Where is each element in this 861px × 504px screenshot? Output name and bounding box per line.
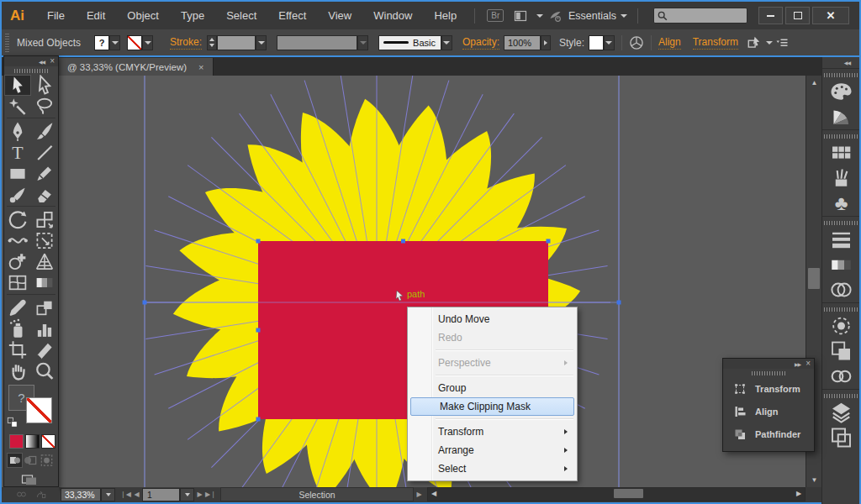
- next-artboard-icon[interactable]: ▶: [194, 489, 205, 501]
- gradient-button[interactable]: [25, 434, 40, 449]
- stroke-indicator[interactable]: [26, 397, 52, 423]
- tool-zoom[interactable]: [31, 360, 58, 381]
- close-button[interactable]: ✕: [812, 7, 849, 24]
- transform-link[interactable]: Transform: [693, 36, 738, 50]
- scroll-down-icon[interactable]: ▼: [806, 473, 822, 486]
- tool-eraser[interactable]: [31, 184, 58, 205]
- tool-lasso[interactable]: [31, 96, 58, 117]
- screen-mode-icon[interactable]: [21, 473, 41, 486]
- cc-libraries-panel-icon[interactable]: [822, 364, 860, 389]
- panel-grip[interactable]: [5, 34, 9, 52]
- none-button[interactable]: [41, 434, 55, 449]
- tool-blob-brush[interactable]: [4, 184, 31, 205]
- tool-width[interactable]: [4, 230, 31, 251]
- stroke-swatch[interactable]: [127, 35, 142, 50]
- tool-slice[interactable]: [31, 339, 58, 360]
- bridge-button[interactable]: Br: [487, 9, 504, 22]
- cs-live-icon[interactable]: [547, 9, 563, 23]
- scroll-up-icon[interactable]: ▲: [806, 76, 822, 89]
- width-profile-field[interactable]: [277, 35, 357, 50]
- tool-eyedropper[interactable]: [4, 297, 31, 318]
- horizontal-scroll-thumb[interactable]: [614, 489, 643, 498]
- control-panel-menu-icon[interactable]: [775, 35, 789, 50]
- tool-paintbrush[interactable]: [31, 121, 58, 142]
- tool-column-graph[interactable]: [31, 318, 58, 339]
- menu-window[interactable]: Window: [362, 2, 423, 29]
- symbols-panel-icon[interactable]: ♣: [822, 191, 860, 216]
- menu-item-group[interactable]: Group: [409, 379, 575, 397]
- tool-line-segment[interactable]: [31, 142, 58, 163]
- close-panel-icon[interactable]: ×: [806, 360, 811, 368]
- align-link[interactable]: Align: [658, 36, 681, 50]
- brushes-panel-icon[interactable]: [822, 165, 860, 191]
- tool-hand[interactable]: [4, 360, 31, 381]
- first-artboard-icon[interactable]: ❘◀: [120, 489, 131, 501]
- tool-free-transform[interactable]: [31, 230, 58, 251]
- tool-symbol-sprayer[interactable]: [4, 318, 31, 339]
- artboard-number-field[interactable]: 1: [142, 488, 180, 501]
- draw-behind-icon[interactable]: [23, 453, 39, 468]
- chevron-down-icon[interactable]: [766, 41, 773, 45]
- panel-grip[interactable]: [822, 71, 859, 79]
- chevron-down-icon[interactable]: [536, 14, 543, 18]
- graphic-styles-panel-icon[interactable]: [822, 339, 860, 364]
- menu-file[interactable]: File: [36, 2, 76, 29]
- last-artboard-icon[interactable]: ▶❘: [205, 489, 216, 501]
- workspace-switcher[interactable]: Essentials: [568, 10, 627, 22]
- status-expand-icon[interactable]: ▶: [414, 489, 425, 501]
- tool-pen[interactable]: [4, 121, 31, 142]
- menu-effect[interactable]: Effect: [267, 2, 317, 29]
- close-tools-icon[interactable]: ×: [50, 57, 55, 66]
- zoom-level-field[interactable]: 33,33%: [61, 488, 101, 501]
- stroke-weight-dropdown[interactable]: [256, 35, 267, 50]
- transparency-panel-icon[interactable]: [822, 277, 860, 302]
- opacity-expand-button[interactable]: [541, 35, 551, 50]
- panel-grip[interactable]: [723, 369, 814, 377]
- vertical-scroll-thumb[interactable]: [808, 268, 820, 289]
- tool-blend[interactable]: [31, 297, 58, 318]
- floating-panel-header[interactable]: ▶▶ ×: [723, 359, 814, 369]
- menu-edit[interactable]: Edit: [76, 2, 116, 29]
- expand-panels-icon[interactable]: ◀◀: [844, 60, 850, 66]
- menu-type[interactable]: Type: [170, 2, 215, 29]
- panel-tab-pathfinder[interactable]: Pathfinder: [723, 423, 814, 445]
- panel-grip[interactable]: [822, 132, 859, 140]
- menu-view[interactable]: View: [317, 2, 362, 29]
- canvas[interactable]: path: [2, 76, 806, 487]
- menu-help[interactable]: Help: [423, 2, 467, 29]
- gradient-panel-panel-icon[interactable]: [822, 252, 860, 277]
- swatches-panel-icon[interactable]: [822, 140, 860, 165]
- tool-artboard[interactable]: [4, 339, 31, 360]
- tool-selection[interactable]: [4, 75, 31, 96]
- tool-perspective-grid[interactable]: [31, 251, 58, 272]
- tools-panel-header[interactable]: ◀◀ ×: [4, 56, 58, 66]
- menu-item-undo-move[interactable]: Undo Move: [409, 310, 575, 328]
- minimize-button[interactable]: [758, 7, 783, 24]
- brush-field[interactable]: Basic: [378, 35, 441, 50]
- recolor-artwork-icon[interactable]: [629, 35, 644, 50]
- draw-inside-icon[interactable]: [39, 453, 55, 468]
- fill-swatch[interactable]: ?: [94, 35, 109, 50]
- previous-artboard-icon[interactable]: ◀: [131, 489, 142, 501]
- brush-dropdown[interactable]: [441, 35, 452, 50]
- tab-close-icon[interactable]: ×: [198, 62, 203, 72]
- menu-select[interactable]: Select: [215, 2, 267, 29]
- default-fill-stroke-icon[interactable]: [7, 417, 18, 428]
- scroll-left-icon[interactable]: ◀: [428, 488, 440, 499]
- opacity-link[interactable]: Opacity:: [462, 36, 499, 50]
- collapse-tools-icon[interactable]: ◀◀: [39, 59, 45, 65]
- horizontal-scrollbar[interactable]: ◀ ▶: [427, 487, 806, 501]
- tool-scale[interactable]: [31, 209, 58, 230]
- color-button[interactable]: [9, 434, 24, 449]
- color-panel-icon[interactable]: [822, 79, 860, 104]
- tool-gradient[interactable]: [31, 272, 58, 293]
- collapse-panel-icon[interactable]: ▶▶: [795, 361, 800, 367]
- tool-magic-wand[interactable]: [4, 96, 31, 117]
- panel-tab-align[interactable]: Align: [723, 400, 814, 423]
- panel-grip[interactable]: [822, 218, 859, 227]
- panel-grip[interactable]: [822, 305, 859, 313]
- tool-type[interactable]: T: [4, 142, 31, 163]
- tool-pencil[interactable]: [31, 163, 58, 184]
- stroke-weight-field[interactable]: [217, 35, 256, 50]
- document-tab[interactable]: @ 33,33% (CMYK/Preview) ×: [59, 58, 214, 76]
